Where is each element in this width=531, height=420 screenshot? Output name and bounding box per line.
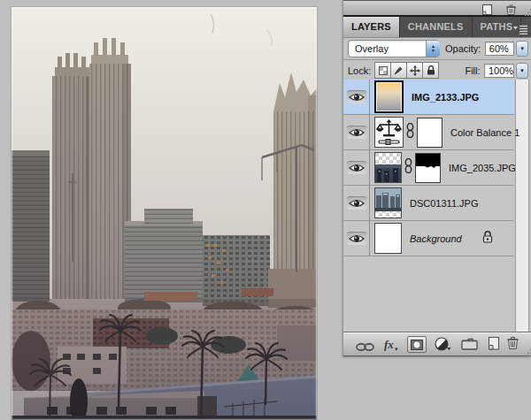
eye-icon: [349, 163, 365, 173]
opacity-input[interactable]: 60%: [485, 42, 514, 56]
panel-resize-grip-icon[interactable]: [523, 346, 531, 362]
layer-row-background[interactable]: Background: [343, 221, 514, 256]
tab-channels[interactable]: CHANNELS: [400, 17, 473, 37]
layer-thumbnail[interactable]: [374, 80, 404, 113]
lock-all-button[interactable]: [422, 62, 439, 79]
mask-link-icon[interactable]: [404, 158, 412, 177]
opacity-dropdown-button[interactable]: ▼: [516, 41, 528, 57]
layers-panel: LAYERS CHANNELS PATHS Overlay ▲▼ Opacity…: [342, 0, 531, 356]
layer-name[interactable]: DSC01311.JPG: [410, 198, 478, 209]
adjustment-layer-icon[interactable]: [374, 117, 404, 148]
visibility-toggle[interactable]: [343, 186, 370, 220]
layer-row-img-2133[interactable]: IMG_2133.JPG: [343, 80, 514, 115]
layer-styles-icon[interactable]: fx▼: [384, 336, 399, 352]
document-canvas-photo[interactable]: [12, 7, 317, 420]
scrollbar[interactable]: [515, 80, 529, 332]
lock-position-button[interactable]: [406, 62, 423, 79]
city-skyline-image: [12, 7, 317, 420]
layer-name[interactable]: Background: [410, 233, 462, 244]
eye-icon: [349, 92, 365, 103]
upper-panel-footer: [343, 0, 531, 17]
visibility-toggle[interactable]: [343, 221, 370, 256]
layer-thumbnail[interactable]: [374, 223, 402, 254]
blend-mode-stepper-icon: ▲▼: [426, 41, 440, 57]
tab-layers[interactable]: LAYERS: [343, 17, 400, 37]
visibility-toggle[interactable]: [343, 150, 370, 185]
layer-mask-thumbnail[interactable]: [417, 118, 442, 148]
layer-thumbnail[interactable]: [374, 152, 402, 183]
layer-thumbnail[interactable]: [374, 187, 402, 218]
new-adjustment-layer-icon[interactable]: [435, 337, 451, 355]
layer-name[interactable]: Color Balance 1: [450, 127, 519, 138]
visibility-toggle[interactable]: [343, 80, 370, 114]
fill-input[interactable]: 100%: [484, 64, 514, 78]
layer-name[interactable]: IMG_2133.JPG: [412, 92, 479, 103]
new-group-icon[interactable]: [461, 338, 478, 354]
lock-label: Lock:: [348, 65, 371, 76]
layer-row-img-2035[interactable]: IMG_2035.JPG: [343, 150, 514, 186]
fill-label: Fill:: [465, 65, 480, 76]
lock-pixels-button[interactable]: [390, 62, 407, 79]
layer-locked-icon: [482, 231, 493, 247]
lock-transparency-button[interactable]: [374, 62, 391, 79]
eye-icon: [349, 198, 365, 209]
layers-list: IMG_2133.JPG Color Balance 1: [343, 80, 531, 332]
link-layers-icon[interactable]: [356, 340, 374, 355]
eye-icon: [349, 233, 365, 244]
blend-mode-select[interactable]: Overlay ▲▼: [348, 40, 440, 57]
layer-row-color-balance[interactable]: Color Balance 1: [343, 115, 514, 150]
panel-tab-bar: LAYERS CHANNELS PATHS: [343, 17, 531, 38]
visibility-toggle[interactable]: [343, 115, 370, 149]
layer-mask-thumbnail[interactable]: [415, 153, 441, 183]
mask-link-icon[interactable]: [406, 123, 414, 141]
fill-dropdown-button[interactable]: ▼: [516, 63, 528, 79]
layer-options: Overlay ▲▼ Opacity: 60% ▼ Lock:: [343, 38, 531, 81]
layer-row-dsc01311[interactable]: DSC01311.JPG: [343, 186, 514, 221]
panel-menu-icon[interactable]: [513, 22, 527, 38]
layer-name[interactable]: IMG_2035.JPG: [449, 163, 516, 173]
opacity-label: Opacity:: [445, 43, 481, 54]
add-layer-mask-icon[interactable]: [407, 336, 427, 353]
delete-layer-icon[interactable]: [506, 336, 519, 353]
blend-mode-value: Overlay: [349, 43, 426, 54]
new-layer-icon[interactable]: [486, 337, 499, 354]
eye-icon: [349, 127, 365, 138]
layers-panel-footer: fx▼: [343, 332, 531, 356]
